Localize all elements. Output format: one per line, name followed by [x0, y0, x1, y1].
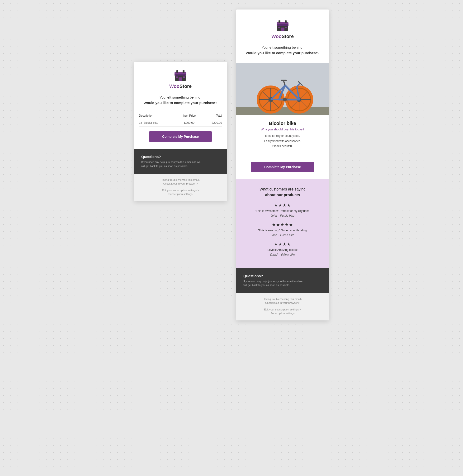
right-logo: WooStore	[243, 19, 322, 39]
logo-store: Store	[179, 84, 192, 89]
left-cta-section: Complete My Purchase	[134, 126, 227, 149]
left-help-line1: If you need any help, just reply to this…	[141, 161, 200, 163]
right-help-text: If you need any help, just reply to this…	[243, 279, 322, 287]
product-section: Bicolor bike Why you should buy this tod…	[236, 115, 329, 159]
svg-rect-6	[176, 70, 178, 73]
right-trouble-link[interactable]: Having trouble viewing this email?	[243, 298, 322, 300]
left-help-line2: will get back to you as soon as possible…	[141, 165, 188, 167]
row-qty-name: 1x Bicolor bike	[139, 119, 177, 126]
left-subscription-settings[interactable]: Subscription settings	[141, 193, 220, 196]
right-check-browser-link[interactable]: Check it out in your browser >	[243, 301, 322, 304]
svg-rect-17	[236, 107, 329, 115]
right-cta-button[interactable]: Complete My Purchase	[251, 162, 314, 172]
reviews-section: What customers are saying about our prod…	[236, 179, 329, 268]
store-icon	[173, 69, 187, 82]
svg-rect-4	[176, 76, 178, 78]
right-header: WooStore You left something behind! Woul…	[236, 9, 329, 63]
review-2: ★★★★★ "This is amazing!" Super smooth ri…	[243, 222, 322, 237]
left-cta-button[interactable]: Complete My Purchase	[149, 131, 212, 142]
tagline-line2: Would you like to complete your purchase…	[139, 100, 222, 106]
order-table-section: Description Item Price Total 1x Bicolor …	[134, 110, 227, 126]
right-tagline-line2: Would you like to complete your purchase…	[243, 50, 322, 56]
col-description: Description	[139, 113, 177, 119]
left-subscription-link[interactable]: Edit your subscription settings >	[141, 189, 220, 192]
svg-rect-11	[281, 27, 285, 31]
right-logo-woo: Woo	[271, 34, 282, 39]
review-2-stars: ★★★★★	[243, 222, 322, 227]
product-features: Ideal for city or countryside. Easily fi…	[243, 134, 322, 149]
col-total: Total	[202, 113, 222, 119]
review-1-text: "This is awesome!" Perfect for my city r…	[243, 209, 322, 213]
col-item-price: Item Price	[177, 113, 202, 119]
product-name: Bicolor bike	[243, 121, 322, 126]
svg-rect-3	[178, 77, 182, 81]
left-email-card: WooStore You left something behind! Woul…	[134, 62, 227, 201]
reviews-title-line2: about our products	[243, 192, 322, 198]
left-help-text: If you need any help, just reply to this…	[141, 160, 220, 168]
left-header: WooStore You left something behind! Woul…	[134, 62, 227, 110]
product-subtitle: Why you should buy this today?	[243, 127, 322, 131]
right-subscription-link[interactable]: Edit your subscription settings >	[243, 308, 322, 311]
right-logo-store: Store	[282, 34, 294, 39]
tagline: You left something behind! Would you lik…	[139, 95, 222, 106]
left-footer-light: Having trouble viewing this email? Check…	[134, 174, 227, 201]
logo: WooStore	[139, 69, 222, 89]
right-tagline-line1: You left something behind!	[262, 45, 303, 49]
right-email-card: WooStore You left something behind! Woul…	[236, 9, 329, 320]
right-help-line1: If you need any help, just reply to this…	[243, 280, 303, 283]
left-footer-dark: Questions? If you need any help, just re…	[134, 149, 227, 174]
right-help-line2: will get back to you as soon as possible…	[243, 284, 290, 287]
qty: 1x	[139, 121, 142, 125]
svg-rect-1	[175, 74, 186, 76]
reviews-title: What customers are saying about our prod…	[243, 187, 322, 198]
svg-rect-5	[183, 76, 185, 78]
svg-rect-13	[285, 27, 287, 28]
reviews-title-line1: What customers are saying	[259, 187, 306, 191]
right-cta-section: Complete My Purchase	[236, 159, 329, 179]
row-item-price: £200.00	[177, 119, 202, 126]
table-row: 1x Bicolor bike £200.00 £200.00	[139, 119, 222, 126]
right-footer-light: Having trouble viewing this email? Check…	[236, 293, 329, 320]
left-check-browser-link[interactable]: Check it out in your browser >	[141, 182, 220, 185]
right-questions-title: Questions?	[243, 274, 322, 278]
logo-woo: Woo	[169, 84, 179, 89]
review-3: ★★★★ Love it! Amazing colors! David – Ye…	[243, 242, 322, 256]
review-1: ★★★★ "This is awesome!" Perfect for my c…	[243, 203, 322, 217]
review-3-author: David – Yellow bike	[243, 253, 322, 256]
review-3-text: Love it! Amazing colors!	[243, 248, 322, 252]
tagline-line1: You left something behind!	[160, 95, 201, 99]
row-total: £200.00	[202, 119, 222, 126]
review-2-author: Jane – Green bike	[243, 234, 322, 237]
review-3-stars: ★★★★	[243, 242, 322, 247]
product-image	[236, 63, 329, 115]
svg-rect-15	[285, 20, 287, 23]
order-table: Description Item Price Total 1x Bicolor …	[139, 113, 222, 126]
right-subscription-settings[interactable]: Subscription settings	[243, 312, 322, 315]
svg-rect-9	[277, 24, 288, 26]
right-footer-dark: Questions? If you need any help, just re…	[236, 268, 329, 293]
bike-illustration	[236, 63, 329, 115]
left-trouble-link[interactable]: Having trouble viewing this email?	[141, 178, 220, 181]
review-1-stars: ★★★★	[243, 203, 322, 208]
review-2-text: "This is amazing!" Super smooth riding.	[243, 228, 322, 233]
right-tagline: You left something behind! Would you lik…	[243, 45, 322, 56]
right-logo-text: WooStore	[271, 34, 294, 39]
svg-rect-7	[183, 70, 185, 73]
svg-rect-14	[278, 20, 280, 23]
right-store-icon	[276, 19, 290, 32]
svg-rect-12	[278, 27, 280, 28]
review-1-author: John – Purple bike	[243, 214, 322, 217]
logo-text: WooStore	[169, 84, 192, 89]
left-questions-title: Questions?	[141, 155, 220, 159]
svg-point-41	[283, 98, 287, 101]
